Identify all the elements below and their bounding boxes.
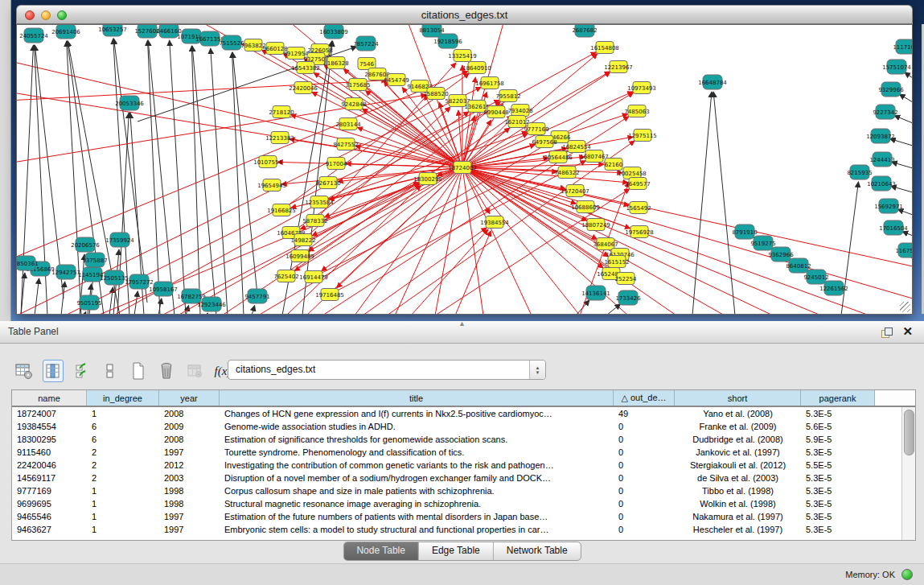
citation-edge-black[interactable] bbox=[713, 92, 735, 314]
citation-edge-black[interactable] bbox=[841, 182, 858, 314]
delete-column-button[interactable] bbox=[157, 360, 176, 381]
citation-edge-black[interactable] bbox=[899, 94, 912, 102]
citation-edge-black[interactable] bbox=[897, 209, 912, 215]
graph-node-label: 16824554 bbox=[562, 144, 591, 150]
citation-edge-black[interactable] bbox=[692, 92, 712, 314]
citation-edge-black[interactable] bbox=[84, 311, 86, 314]
table-body: 1872400712008Changes of HCN gene express… bbox=[12, 407, 915, 536]
column-header[interactable]: year bbox=[159, 390, 220, 406]
citation-edge-black[interactable] bbox=[207, 313, 207, 314]
citation-edge-black[interactable] bbox=[894, 116, 912, 123]
graph-node-label: 6497568 bbox=[532, 139, 556, 146]
table-cell: 49 bbox=[614, 407, 675, 420]
citation-edge-red[interactable] bbox=[462, 167, 912, 299]
graph-node-label: 20053346 bbox=[115, 101, 144, 107]
tab-network-table[interactable]: Network Table bbox=[493, 542, 581, 560]
graph-node-label: 12261562 bbox=[819, 286, 848, 292]
citation-edge-red[interactable] bbox=[462, 167, 622, 173]
close-panel-button[interactable]: ✕ bbox=[902, 324, 913, 339]
citation-edge-red[interactable] bbox=[462, 167, 912, 266]
window-resize-grip[interactable] bbox=[900, 302, 910, 312]
graph-node-label: 3684067 bbox=[593, 241, 618, 248]
citation-edge-red[interactable] bbox=[322, 167, 462, 271]
table-row[interactable]: 946554611997Estimation of the future num… bbox=[12, 510, 915, 523]
table-row[interactable]: 946362711997Embryonic stem cells: a mode… bbox=[12, 523, 915, 536]
column-header[interactable]: short bbox=[675, 390, 801, 406]
table-cell: Tibbo et al. (1998) bbox=[675, 484, 801, 497]
scrollbar-thumb[interactable] bbox=[904, 410, 914, 455]
tab-node-table[interactable]: Node Table bbox=[343, 542, 418, 560]
table-row[interactable]: 1830029562008Estimation of significance … bbox=[12, 433, 915, 446]
column-header[interactable]: in_degree bbox=[87, 390, 159, 406]
graph-node-label: 3175685 bbox=[345, 82, 370, 89]
graph-node-label: 16961758 bbox=[475, 80, 504, 87]
row-height-button[interactable] bbox=[101, 360, 120, 381]
citation-edge-black[interactable] bbox=[170, 40, 186, 314]
table-panel-title: Table Panel bbox=[8, 326, 59, 337]
table-cell: 1997 bbox=[159, 510, 220, 523]
citation-edge-red[interactable] bbox=[462, 167, 629, 205]
table-row[interactable]: 2242004622012Investigating the contribut… bbox=[12, 459, 915, 472]
network-graph[interactable]: 2405572420691406106532571527602646616010… bbox=[17, 25, 912, 314]
graph-node-label: 9245012 bbox=[803, 274, 828, 281]
select-columns-button[interactable] bbox=[72, 360, 92, 381]
graph-node-label: 9362966 bbox=[768, 252, 794, 258]
table-row[interactable]: 1456911722003Disruption of a novel membe… bbox=[12, 472, 915, 484]
network-window-titlebar[interactable]: citations_edges.txt bbox=[16, 5, 913, 24]
table-select[interactable]: citations_edges.txt ▲▼ bbox=[228, 360, 546, 380]
network-canvas[interactable]: 2405572420691406106532571527602646616010… bbox=[16, 24, 913, 315]
table-row[interactable]: 969969511998Structural magnetic resonanc… bbox=[12, 497, 915, 510]
citation-edge-black[interactable] bbox=[905, 72, 912, 78]
citation-edge-black[interactable] bbox=[114, 39, 147, 303]
citation-edge-black[interactable] bbox=[889, 138, 912, 146]
table-cell: 1997 bbox=[159, 446, 220, 459]
table-row[interactable]: 911546021997Tourette syndrome. Phenomeno… bbox=[12, 446, 915, 459]
graph-node-label: 1733426 bbox=[615, 295, 641, 302]
table-row[interactable]: 1938455462009Genome-wide association stu… bbox=[12, 420, 915, 433]
citation-edge-black[interactable] bbox=[252, 306, 255, 314]
graph-node-label: 7546 bbox=[359, 61, 374, 68]
column-header[interactable]: pagerank bbox=[801, 390, 875, 406]
table-cell: 9699695 bbox=[12, 497, 87, 510]
graph-node-label: 12213383 bbox=[265, 135, 294, 142]
table-cell: 5.3E-5 bbox=[801, 523, 875, 536]
citation-edge-black[interactable] bbox=[232, 52, 258, 303]
graph-node-label: 8791910 bbox=[732, 229, 757, 236]
citation-edge-black[interactable] bbox=[148, 40, 160, 314]
citation-edge-black[interactable] bbox=[902, 232, 912, 236]
graph-node-label: 12975115 bbox=[628, 133, 657, 139]
citation-edge-red[interactable] bbox=[363, 228, 487, 314]
graph-node-label: 8267130 bbox=[315, 180, 340, 187]
graph-node-label: 10107554 bbox=[253, 159, 282, 166]
citation-edge-black[interactable] bbox=[211, 48, 228, 314]
show-columns-button[interactable] bbox=[43, 360, 64, 382]
table-cell: 2 bbox=[87, 446, 159, 459]
table-row[interactable]: 977716911998Corpus callosum shape and si… bbox=[12, 484, 915, 497]
table-cell: 5.3E-5 bbox=[801, 407, 875, 420]
column-header[interactable]: △ out_de… bbox=[614, 390, 675, 406]
citation-edge-black[interactable] bbox=[35, 45, 64, 299]
graph-node-label: 10688609 bbox=[571, 204, 600, 211]
citation-edge-black[interactable] bbox=[61, 282, 65, 314]
memory-status-icon[interactable] bbox=[901, 569, 913, 580]
table-cell: 14569117 bbox=[12, 472, 87, 484]
tab-edge-table[interactable]: Edge Table bbox=[418, 542, 493, 560]
float-panel-button[interactable] bbox=[881, 328, 892, 337]
table-row[interactable]: 1872400712008Changes of HCN gene express… bbox=[12, 407, 915, 420]
create-column-button[interactable] bbox=[129, 360, 148, 381]
table-cell: 22420046 bbox=[12, 459, 87, 472]
split-divider-handle[interactable]: ▲ bbox=[458, 319, 466, 328]
graph-node-label: 19218596 bbox=[433, 39, 462, 45]
table-vertical-scrollbar[interactable] bbox=[901, 407, 915, 540]
graph-node-label: 19654945 bbox=[257, 183, 286, 189]
graph-node-label: 9375887 bbox=[82, 257, 107, 264]
delete-table-button[interactable] bbox=[185, 360, 204, 381]
graph-node-label: 1621012 bbox=[504, 119, 529, 126]
citation-edge-black[interactable] bbox=[606, 304, 621, 314]
column-header[interactable]: title bbox=[220, 390, 614, 406]
graph-node-label: 16807467 bbox=[580, 154, 609, 160]
citation-edge-black[interactable] bbox=[35, 278, 39, 314]
column-header[interactable]: name bbox=[12, 390, 87, 406]
table-mode-button[interactable] bbox=[14, 360, 34, 381]
table-cell: Yano et al. (2008) bbox=[675, 407, 801, 420]
